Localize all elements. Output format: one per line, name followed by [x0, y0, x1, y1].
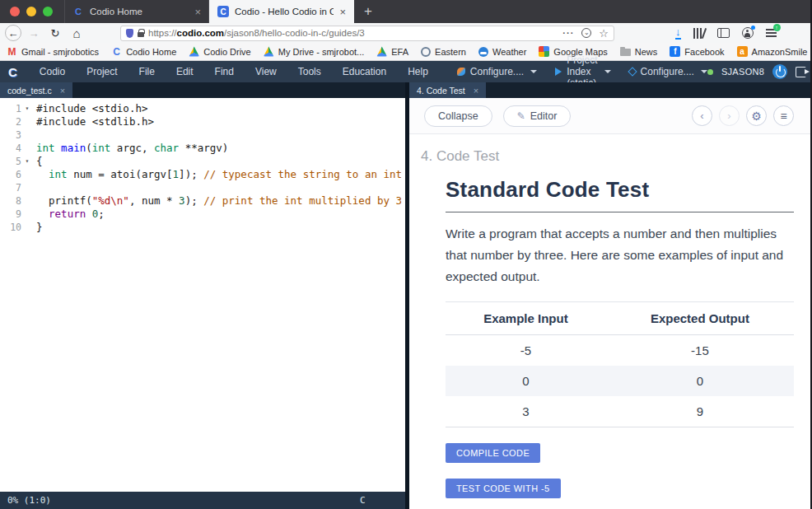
logout-icon[interactable]	[796, 67, 806, 77]
guide-panel: 4. Code Test × Collapse ✎Editor ‹ › ⚙ ≡ …	[409, 82, 810, 509]
line-gutter[interactable]: 7	[0, 181, 36, 194]
line-number: 8	[0, 194, 21, 208]
close-window-button[interactable]	[10, 7, 20, 16]
fold-spacer	[21, 221, 33, 234]
reload-button[interactable]: ↻	[46, 25, 64, 41]
page-actions-icon[interactable]: ···	[562, 28, 574, 38]
code-token: (	[86, 142, 92, 154]
close-file-tab-icon[interactable]: ×	[60, 86, 65, 96]
menu-item-project[interactable]: Project	[76, 66, 128, 77]
menu-item-tools[interactable]: Tools	[287, 66, 332, 77]
line-gutter[interactable]: 1▾	[0, 102, 36, 115]
zoom-window-button[interactable]	[43, 7, 53, 16]
restart-box-icon[interactable]	[772, 64, 787, 79]
bookmark-item[interactable]: My Drive - smjrobot...	[264, 46, 365, 57]
compile-code-button[interactable]: COMPILE CODE	[446, 443, 540, 463]
line-gutter[interactable]: 10	[0, 221, 36, 234]
browser-window: CCodio Home×CCodio - Hello Codio in C× +…	[0, 0, 812, 509]
menu-item-find[interactable]: Find	[204, 66, 245, 77]
connection-status-icon	[707, 69, 713, 75]
bookmark-item[interactable]: CCodio Home	[111, 46, 176, 57]
code-token: }	[36, 221, 43, 233]
menu-item-help[interactable]: Help	[397, 66, 439, 77]
browser-tab[interactable]: CCodio Home×	[64, 0, 209, 23]
editor-mode-button[interactable]: ✎Editor	[503, 105, 572, 127]
settings-gear-icon[interactable]: ⚙	[746, 105, 767, 126]
code-token: int	[36, 142, 55, 154]
title-divider	[446, 212, 794, 212]
tracking-shield-icon[interactable]	[126, 29, 133, 38]
table-header-cell: Example Input	[446, 301, 606, 334]
line-gutter[interactable]: 8	[0, 194, 36, 208]
bookmark-star-icon[interactable]: ☆	[599, 27, 609, 40]
code-token: num = atoi(argv[	[68, 168, 173, 180]
line-gutter[interactable]: 6	[0, 168, 36, 181]
code-token	[36, 168, 49, 180]
code-token: );	[185, 194, 204, 207]
code-token: ;	[98, 208, 105, 220]
code-line: 6 int num = atoi(argv[1]); // typecast t…	[0, 168, 405, 181]
pocket-icon[interactable]: ⌄	[581, 28, 591, 38]
editor-file-tab[interactable]: code_test.c ×	[0, 82, 72, 98]
fold-spacer	[21, 168, 33, 181]
main-area: code_test.c × 1▾#include <stdio.h>2#incl…	[0, 82, 810, 509]
account-icon[interactable]	[742, 27, 754, 39]
fold-spacer	[21, 181, 33, 194]
fold-spacer	[21, 142, 33, 155]
bookmark-item[interactable]: Codio Drive	[189, 46, 250, 57]
code-text: int num = atoi(argv[1]); // typecast the…	[36, 168, 402, 181]
downloads-icon[interactable]: ↓	[675, 27, 681, 40]
language-mode-label[interactable]: C	[360, 495, 366, 506]
menu-item-edit[interactable]: Edit	[166, 66, 204, 77]
codio-favicon-icon: C	[217, 6, 229, 17]
username-label: SJASON8	[721, 67, 764, 77]
minimize-window-button[interactable]	[26, 7, 36, 16]
bookmark-item[interactable]: aAmazonSmile	[737, 46, 808, 57]
guide-menu-icon[interactable]: ≡	[773, 105, 794, 126]
sidebar-icon[interactable]	[717, 28, 730, 38]
code-token: 1	[173, 168, 180, 180]
guide-tab[interactable]: 4. Code Test ×	[409, 82, 486, 98]
forward-button[interactable]: →	[25, 25, 43, 41]
tab-close-icon[interactable]: ×	[194, 6, 201, 18]
code-token: "%d\n"	[92, 194, 129, 207]
line-gutter[interactable]: 5▾	[0, 155, 36, 168]
close-guide-tab-icon[interactable]: ×	[474, 86, 478, 96]
news-icon	[620, 49, 631, 56]
home-button[interactable]: ⌂	[68, 25, 86, 41]
menu-item-view[interactable]: View	[245, 66, 287, 77]
menu-item-codio[interactable]: Codio	[29, 66, 76, 77]
tab-close-icon[interactable]: ×	[339, 6, 346, 18]
test-code-button[interactable]: TEST CODE WITH -5	[446, 479, 561, 498]
url-text[interactable]: https://codio.com/sjason8/hello-codio-in…	[148, 28, 558, 38]
menu-item-file[interactable]: File	[128, 66, 166, 77]
browser-tab[interactable]: CCodio - Hello Codio in C×	[209, 0, 354, 23]
fold-arrow-icon[interactable]: ▾	[21, 155, 33, 168]
new-tab-button[interactable]: +	[354, 0, 382, 23]
next-page-button[interactable]: ›	[719, 105, 740, 126]
guide-content: 4. Code Test Standard Code Test Write a …	[409, 134, 810, 509]
code-text: printf("%d\n", num * 3); // print the in…	[36, 194, 402, 208]
bookmark-item[interactable]: MGmail - smjrobotics	[7, 46, 99, 57]
line-gutter[interactable]: 4	[0, 142, 36, 155]
fold-arrow-icon[interactable]: ▾	[21, 102, 33, 115]
library-icon[interactable]	[693, 28, 705, 39]
toolbar-buttons: ↓ ↑	[675, 27, 777, 40]
code-text: }	[36, 221, 43, 234]
code-token: ]);	[179, 168, 203, 180]
menu-icon[interactable]: ↑	[766, 29, 777, 36]
menu-item-education[interactable]: Education	[332, 66, 397, 77]
line-gutter[interactable]: 2	[0, 115, 36, 128]
editor-mode-button-label: Editor	[530, 110, 558, 122]
prev-page-button[interactable]: ‹	[692, 105, 712, 126]
collapse-button[interactable]: Collapse	[424, 105, 492, 127]
line-gutter[interactable]: 9	[0, 208, 36, 221]
back-button[interactable]: ←	[5, 25, 21, 41]
drive-icon	[376, 46, 387, 57]
url-bar[interactable]: https://codio.com/sjason8/hello-codio-in…	[120, 26, 614, 41]
code-editor[interactable]: 1▾#include <stdio.h>2#include <stdlib.h>…	[0, 98, 405, 492]
codio-logo-icon[interactable]: C	[8, 65, 17, 79]
bookmark-item[interactable]: EFA	[376, 46, 408, 57]
collapse-button-label: Collapse	[438, 110, 478, 122]
line-gutter[interactable]: 3	[0, 128, 36, 142]
